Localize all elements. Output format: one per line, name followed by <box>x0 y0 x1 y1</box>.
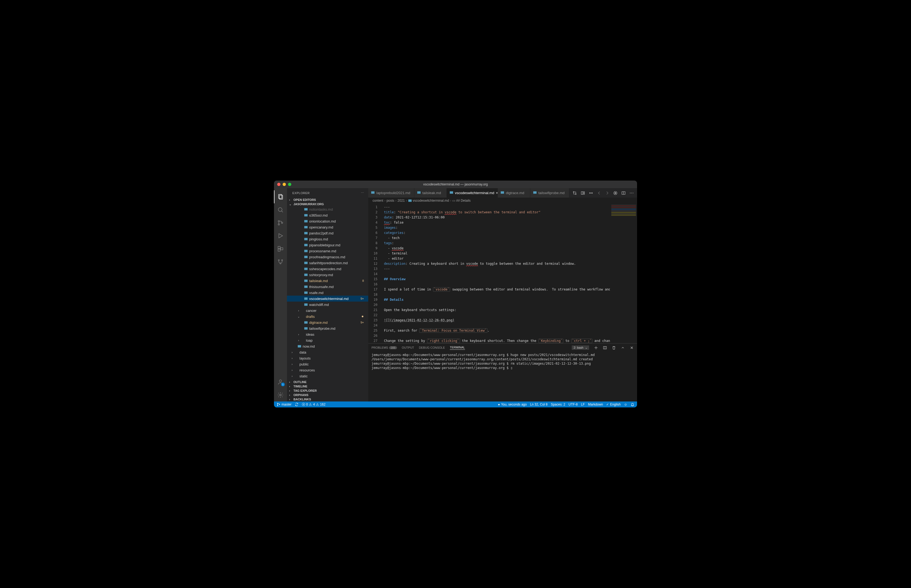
outline-section[interactable]: ›OUTLINE <box>287 380 368 384</box>
notifications-icon[interactable] <box>631 402 634 406</box>
minimap[interactable] <box>610 204 637 343</box>
compare-changes-icon[interactable] <box>572 191 577 195</box>
file-item[interactable]: pandoc2pdf.md <box>287 230 368 236</box>
branch-indicator[interactable]: master <box>277 402 292 406</box>
split-editor-icon[interactable] <box>621 191 626 195</box>
file-item[interactable]: pipansiblebigsur.md <box>287 242 368 248</box>
breadcrumb[interactable]: content›posts›2021› vscodeswitchterminal… <box>368 198 637 204</box>
breadcrumb-segment[interactable]: posts <box>386 199 394 202</box>
folder-item[interactable]: ›data <box>287 349 368 355</box>
run-debug-tab[interactable] <box>274 229 287 242</box>
orphans-section[interactable]: ›ORPHANS <box>287 393 368 397</box>
file-item[interactable]: safarihttpsredirection.md <box>287 260 368 266</box>
breadcrumb-segment[interactable]: content <box>373 199 383 202</box>
markdown-icon <box>304 231 308 235</box>
sidebar-more-icon[interactable]: ⋯ <box>361 191 364 195</box>
file-item[interactable]: onionlocation.md <box>287 218 368 224</box>
breadcrumb-segment[interactable]: ▭ ## Details <box>452 199 471 202</box>
open-editors-section[interactable]: ›OPEN EDITORS <box>287 198 368 202</box>
extensions-tab[interactable] <box>274 242 287 255</box>
file-item[interactable]: now.md <box>287 343 368 349</box>
close-panel-icon[interactable] <box>630 346 634 350</box>
code-editor[interactable]: ---title: "Creating a shortcut in vscode… <box>382 204 610 343</box>
folder-item[interactable]: ⌄drafts <box>287 313 368 320</box>
search-tab[interactable] <box>274 203 287 216</box>
editor-tab[interactable]: digtrace.md× <box>498 188 530 198</box>
encoding[interactable]: UTF-8 <box>569 402 578 406</box>
folder-item[interactable]: ›public <box>287 361 368 367</box>
folder-item[interactable]: ›layouts <box>287 355 368 361</box>
file-item[interactable]: processname.md <box>287 248 368 254</box>
close-window-button[interactable] <box>277 183 280 186</box>
workspace-section[interactable]: ⌄JASONMURRAY.ORG <box>287 202 368 206</box>
tree-item-label: data <box>300 350 365 354</box>
terminal-output[interactable]: jemurray@jasons-mbp:~/Documents/www-pers… <box>368 352 637 401</box>
file-item[interactable]: opencanary.md <box>287 224 368 230</box>
folder-item[interactable]: ›ideas <box>287 331 368 337</box>
file-item[interactable]: watchdiff.md <box>287 302 368 307</box>
file-item[interactable]: notiontasks.md <box>287 206 368 212</box>
file-item[interactable]: digtrace.md9+ <box>287 320 368 325</box>
more-actions-icon[interactable]: ⋯ <box>629 190 634 195</box>
problems-tab[interactable]: PROBLEMS 166 <box>371 346 397 349</box>
file-item[interactable]: thisisunsafe.md <box>287 284 368 290</box>
editor-tab[interactable]: vscodeswitchterminal.md× <box>447 188 498 198</box>
indentation[interactable]: Spaces: 2 <box>551 402 565 406</box>
next-change-icon[interactable] <box>605 191 609 195</box>
cursor-position[interactable]: Ln 32, Col 8 <box>530 402 548 406</box>
git-graph-icon[interactable] <box>589 191 593 195</box>
minimize-window-button[interactable] <box>283 183 286 186</box>
output-tab[interactable]: OUTPUT <box>402 346 414 349</box>
language-mode[interactable]: Markdown <box>588 402 603 406</box>
eol[interactable]: LF <box>581 402 585 406</box>
file-item[interactable]: o365ocr.md <box>287 212 368 218</box>
settings-gear-icon[interactable] <box>274 388 287 401</box>
sync-button[interactable] <box>295 402 298 406</box>
terminal-tab[interactable]: TERMINAL <box>450 346 465 350</box>
editor-tab[interactable]: tailswifiprobe.md× <box>530 188 569 198</box>
explorer-tab[interactable] <box>274 190 287 203</box>
accounts-icon[interactable]: 1 <box>274 375 287 388</box>
file-item[interactable]: sshescapecodes.md <box>287 266 368 272</box>
tag-explorer-section[interactable]: ›TAG EXPLORER <box>287 388 368 393</box>
editor-tab[interactable]: laptoprebuild2021.md× <box>368 188 414 198</box>
tree-item-label: resources <box>300 368 365 372</box>
file-tree[interactable]: notiontasks.mdo365ocr.mdonionlocation.md… <box>287 206 368 380</box>
folder-item[interactable]: ›loap <box>287 337 368 343</box>
kill-terminal-icon[interactable] <box>612 346 616 350</box>
file-item[interactable]: proofreadingmacos.md <box>287 254 368 260</box>
source-control-tab[interactable] <box>274 216 287 229</box>
file-item[interactable]: vscodeswitchterminal.md9+ <box>287 296 368 302</box>
tree-item-label: thisisunsafe.md <box>309 285 365 289</box>
git-blame[interactable]: ● You, seconds ago <box>498 402 527 406</box>
folder-item[interactable]: ›cancer <box>287 307 368 313</box>
svg-point-13 <box>280 263 281 264</box>
spellcheck[interactable]: ✓ English <box>606 402 621 406</box>
editor-tab[interactable]: tailsleak.md× <box>414 188 447 198</box>
file-item[interactable]: tailswifiprobe.md <box>287 325 368 331</box>
debug-console-tab[interactable]: DEBUG CONSOLE <box>419 346 445 349</box>
feedback-icon[interactable]: ☺ <box>624 402 627 406</box>
file-item[interactable]: vsafe.md <box>287 290 368 296</box>
split-terminal-icon[interactable] <box>603 346 607 350</box>
problems-indicator[interactable]: ⓧ0 ⚠4 ⚠162 <box>302 402 326 407</box>
open-preview-side-icon[interactable] <box>581 191 585 195</box>
timeline-section[interactable]: ›TIMELINE <box>287 384 368 388</box>
folder-item[interactable]: ›resources <box>287 367 368 373</box>
new-terminal-icon[interactable] <box>594 346 598 350</box>
prev-change-icon[interactable] <box>597 191 601 195</box>
maximize-window-button[interactable] <box>288 183 291 186</box>
breadcrumb-segment[interactable]: vscodeswitchterminal.md <box>408 199 449 203</box>
backlinks-section[interactable]: ›BACKLINKS <box>287 397 368 401</box>
file-item[interactable]: tailsleak.md8 <box>287 278 368 284</box>
file-item[interactable]: sshtorproxy.md <box>287 272 368 278</box>
breadcrumb-segment[interactable]: 2021 <box>397 199 405 202</box>
file-item[interactable]: pingloss.md <box>287 236 368 242</box>
folder-item[interactable]: ›static <box>287 373 368 379</box>
run-icon[interactable] <box>613 191 618 195</box>
titlebar[interactable]: vscodeswitchterminal.md — jasonmurray.or… <box>274 181 637 188</box>
maximize-panel-icon[interactable] <box>621 346 625 350</box>
gitlens-tab[interactable] <box>274 255 287 268</box>
tree-item-label: sshtorproxy.md <box>309 273 365 277</box>
terminal-picker[interactable]: 2: bash <box>572 346 589 350</box>
